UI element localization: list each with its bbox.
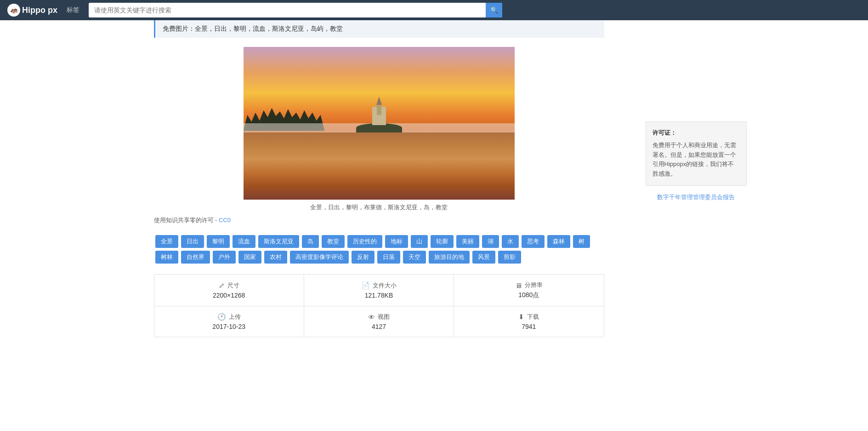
church-tower bbox=[377, 103, 381, 115]
resolution-icon: 🖥 bbox=[515, 282, 522, 289]
tag-item[interactable]: 旅游目的地 bbox=[429, 251, 470, 264]
water-layer bbox=[244, 132, 515, 200]
page-layout: 免费图片：全景，日出，黎明，流血，斯洛文尼亚，岛屿，教堂 bbox=[113, 20, 756, 342]
content-area: 免费图片：全景，日出，黎明，流血，斯洛文尼亚，岛屿，教堂 bbox=[154, 20, 604, 342]
tag-item[interactable]: 森林 bbox=[547, 235, 570, 248]
views-icon: 👁 bbox=[368, 313, 375, 321]
license-panel-desc: 免费用于个人和商业用途，无需署名。但是，如果您能放置一个引用Hippopx的链接… bbox=[652, 141, 740, 179]
search-button[interactable]: 🔍 bbox=[486, 3, 502, 17]
license-panel: 许可证： 免费用于个人和商业用途，无需署名。但是，如果您能放置一个引用Hippo… bbox=[646, 121, 747, 186]
sidebar: 许可证： 免费用于个人和商业用途，无需署名。但是，如果您能放置一个引用Hippo… bbox=[646, 20, 747, 342]
views-value: 4127 bbox=[313, 323, 444, 330]
tag-item[interactable]: 树林 bbox=[155, 251, 178, 264]
downloads-icon: ⬇ bbox=[518, 313, 524, 321]
tags-container: 全景日出黎明流血斯洛文尼亚岛教堂历史性的地标山轮廓美丽湖水思考森林树树林自然界户… bbox=[154, 234, 604, 265]
logo[interactable]: 🦛 Hippo px bbox=[7, 4, 57, 17]
nav-tags-link[interactable]: 标签 bbox=[67, 6, 79, 14]
info-table: ⤢ 尺寸 2200×1268 📄 文件大小 121.78KB 🖥 分辨率 bbox=[154, 274, 604, 337]
tag-item[interactable]: 湖 bbox=[482, 235, 499, 248]
logo-icon: 🦛 bbox=[7, 4, 20, 17]
resolution-cell: 🖥 分辨率 1080点 bbox=[454, 275, 604, 306]
tag-item[interactable]: 风景 bbox=[472, 251, 495, 264]
report-link[interactable]: 数字千年管理管理委员会报告 bbox=[646, 193, 747, 201]
tag-item[interactable]: 树 bbox=[573, 235, 590, 248]
filesize-cell: 📄 文件大小 121.78KB bbox=[304, 275, 454, 306]
tag-item[interactable]: 自然界 bbox=[181, 251, 210, 264]
filesize-value: 121.78KB bbox=[313, 292, 444, 299]
downloads-value: 7941 bbox=[463, 323, 594, 330]
upload-label: 上传 bbox=[229, 313, 241, 321]
filesize-label: 文件大小 bbox=[373, 282, 397, 290]
tag-item[interactable]: 黎明 bbox=[207, 235, 230, 248]
tag-item[interactable]: 山 bbox=[411, 235, 428, 248]
resolution-label: 分辨率 bbox=[525, 281, 543, 289]
tag-item[interactable]: 日出 bbox=[181, 235, 204, 248]
size-label: 尺寸 bbox=[227, 282, 239, 290]
breadcrumb-text: 免费图片：全景，日出，黎明，流血，斯洛文尼亚，岛屿，教堂 bbox=[163, 25, 343, 32]
tag-item[interactable]: 岛 bbox=[302, 235, 319, 248]
tag-item[interactable]: 反射 bbox=[352, 251, 374, 264]
tag-item[interactable]: 地标 bbox=[385, 235, 408, 248]
tag-item[interactable]: 户外 bbox=[213, 251, 236, 264]
tag-item[interactable]: 全景 bbox=[155, 235, 178, 248]
upload-cell: 🕐 上传 2017-10-23 bbox=[154, 306, 304, 337]
search-bar: 🔍 bbox=[89, 3, 502, 17]
breadcrumb: 免费图片：全景，日出，黎明，流血，斯洛文尼亚，岛屿，教堂 bbox=[154, 20, 604, 38]
main-image bbox=[244, 47, 515, 200]
license-panel-title: 许可证： bbox=[652, 128, 740, 138]
tag-item[interactable]: 天空 bbox=[403, 251, 426, 264]
views-cell: 👁 视图 4127 bbox=[304, 306, 454, 337]
search-input[interactable] bbox=[89, 4, 486, 17]
size-cell: ⤢ 尺寸 2200×1268 bbox=[154, 275, 304, 306]
downloads-cell: ⬇ 下载 7941 bbox=[454, 306, 604, 337]
tag-item[interactable]: 轮廓 bbox=[431, 235, 454, 248]
logo-text: Hippo px bbox=[22, 6, 57, 15]
tag-item[interactable]: 高密度影像学评论 bbox=[290, 251, 349, 264]
tag-item[interactable]: 流血 bbox=[233, 235, 255, 248]
header: 🦛 Hippo px 标签 🔍 bbox=[0, 0, 868, 20]
tag-item[interactable]: 日落 bbox=[377, 251, 400, 264]
tag-item[interactable]: 水 bbox=[502, 235, 519, 248]
size-value: 2200×1268 bbox=[164, 292, 295, 299]
license-text: 使用知识共享零的许可 - CC0 bbox=[154, 216, 604, 224]
views-label: 视图 bbox=[378, 313, 390, 321]
size-icon: ⤢ bbox=[219, 282, 225, 290]
church-spire bbox=[376, 97, 382, 105]
island-layer bbox=[352, 105, 407, 132]
downloads-label: 下载 bbox=[527, 313, 539, 321]
tag-item[interactable]: 历史性的 bbox=[347, 235, 382, 248]
tag-item[interactable]: 思考 bbox=[522, 235, 545, 248]
image-scene bbox=[244, 47, 515, 200]
tag-item[interactable]: 教堂 bbox=[322, 235, 345, 248]
license-label: 使用知识共享零的许可 - bbox=[154, 217, 219, 224]
image-caption: 全景，日出，黎明，布莱德，斯洛文尼亚，岛，教堂 bbox=[154, 203, 604, 212]
filesize-icon: 📄 bbox=[361, 282, 370, 290]
cc0-link[interactable]: CC0 bbox=[219, 217, 231, 224]
tag-item[interactable]: 国家 bbox=[238, 251, 261, 264]
image-container: 全景，日出，黎明，布莱德，斯洛文尼亚，岛，教堂 bbox=[154, 47, 604, 212]
tag-item[interactable]: 剪影 bbox=[498, 251, 521, 264]
tag-item[interactable]: 农村 bbox=[264, 251, 287, 264]
upload-icon: 🕐 bbox=[217, 313, 226, 321]
upload-value: 2017-10-23 bbox=[164, 323, 295, 330]
resolution-value: 1080点 bbox=[463, 291, 594, 299]
tag-item[interactable]: 斯洛文尼亚 bbox=[258, 235, 299, 248]
tag-item[interactable]: 美丽 bbox=[456, 235, 479, 248]
